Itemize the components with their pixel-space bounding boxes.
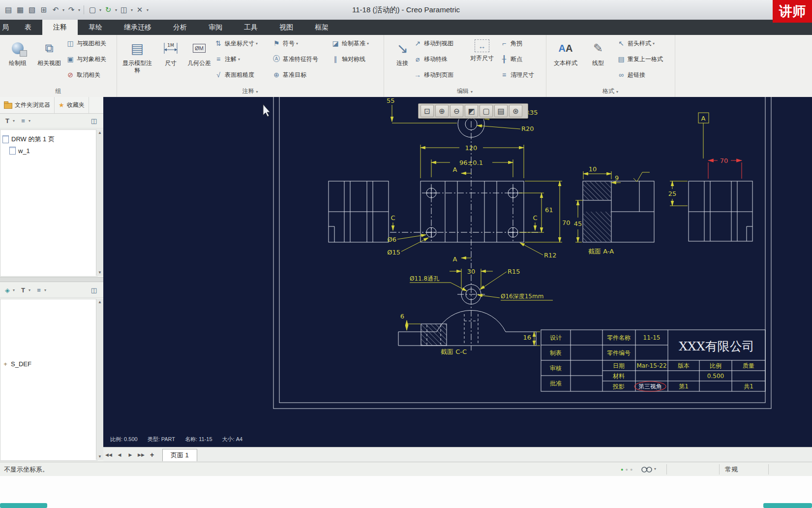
tree2-panes-icon[interactable]: ◫ [90, 286, 98, 294]
section-letter-c-left[interactable]: C [391, 214, 395, 222]
tree2-list-caret-icon[interactable]: ▾ [44, 288, 46, 292]
print-icon[interactable]: ▤ [494, 105, 508, 117]
tree2-scroll-down-icon[interactable]: ▼ [98, 453, 102, 460]
tree2-list-icon[interactable]: ≡ [34, 286, 43, 294]
dim-dia16[interactable]: Ø16深度15mm [501, 293, 543, 300]
dim-6[interactable]: 6 [400, 313, 404, 320]
dim-r12[interactable]: R12 [544, 252, 557, 259]
top-view[interactable] [421, 181, 524, 242]
gtol-button[interactable]: ØM 几何公差 [183, 36, 215, 85]
tab-review[interactable]: 审阅 [198, 20, 233, 35]
tree1-filter-icon[interactable]: T [3, 116, 12, 125]
dim-70-red[interactable]: 70 [720, 157, 728, 164]
dim-dia6[interactable]: Ø6 [387, 236, 396, 243]
tab-sketch[interactable]: 草绘 [78, 20, 113, 35]
dim-25[interactable]: 25 [668, 190, 677, 197]
draft-datum-button[interactable]: ◪ 绘制基准 ▾ [331, 36, 369, 50]
regenerate-icon[interactable]: ↻ [103, 4, 114, 15]
close-window-icon[interactable]: ✕ [134, 4, 145, 15]
tab-layout[interactable]: 局 [0, 20, 14, 35]
next-sheet-button[interactable]: ▶ [125, 449, 135, 460]
repeat-format-button[interactable]: ▤ 重复上一格式 [617, 52, 663, 66]
surface-finish-symbol[interactable] [633, 172, 650, 182]
tree2-scrollbar[interactable]: ▲ ▼ [96, 299, 103, 460]
new-icon[interactable]: ▤ [3, 4, 14, 15]
ordinate-dimension-button[interactable]: ⇅ 纵坐标尺寸 ▾ [214, 36, 258, 50]
tree1-scrollbar[interactable]: ▲ ▼ [96, 129, 103, 276]
group-label-group[interactable]: 组 [0, 87, 117, 95]
regenerate-caret-icon[interactable]: ▾ [115, 8, 117, 12]
ordinate-caret-icon[interactable]: ▾ [256, 41, 258, 46]
save-as-icon[interactable]: ▧ [27, 4, 37, 15]
breakpoint-button[interactable]: ╂ 断点 [500, 52, 522, 66]
tree2-model-caret-icon[interactable]: ▾ [13, 288, 15, 292]
tab-favorites[interactable]: ★ 收藏夹 [55, 97, 89, 113]
group-label-edit[interactable]: 编辑▾ [384, 87, 546, 95]
tree2-filter-icon[interactable]: T [19, 286, 28, 294]
right-view[interactable] [689, 181, 752, 241]
dim-dia15[interactable]: Ø15 [387, 249, 400, 256]
section-letter-c-right[interactable]: C [533, 214, 537, 222]
tree1-panes-icon[interactable]: ◫ [90, 116, 98, 125]
surface-finish-button[interactable]: √ 表面粗糙度 [214, 68, 254, 82]
draft-datum-caret-icon[interactable]: ▾ [367, 41, 369, 46]
left-view[interactable] [329, 181, 389, 242]
hyperlink-button[interactable]: ∞ 超链接 [617, 68, 645, 82]
windows-icon[interactable]: ◫ [119, 4, 129, 15]
select-box-icon[interactable]: ▢ [87, 4, 98, 15]
tree2-scroll-up-icon[interactable]: ▲ [98, 299, 102, 305]
tab-view[interactable]: 视图 [269, 20, 304, 35]
search-caret-icon[interactable]: ▾ [654, 467, 656, 471]
dim-30[interactable]: 30 [467, 268, 476, 275]
show-model-annotations-button[interactable]: ▤ 显示模型注释 [121, 36, 153, 85]
section-cc-label[interactable]: 截面 C-C [441, 348, 467, 355]
dim-r15[interactable]: R15 [508, 268, 520, 275]
search-model-button[interactable]: ▾ [641, 464, 659, 473]
tree1-scroll-down-icon[interactable]: ▼ [98, 269, 102, 276]
note-caret-icon[interactable]: ▾ [238, 57, 240, 62]
zoom-window-icon[interactable]: ⊡ [421, 105, 434, 117]
title-block[interactable]: 设计 制表 审核 批准 零件名称 11-15 零件编号 日期 Mar-15-22… [541, 330, 765, 391]
redo-button[interactable]: ↷ [66, 4, 77, 15]
dim-120[interactable]: 120 [465, 144, 478, 152]
tab-legacy-migration[interactable]: 继承迁移 [113, 20, 162, 35]
tab-annotate[interactable]: 注释 [42, 20, 78, 35]
tree1-list-caret-icon[interactable]: ▾ [29, 119, 30, 123]
dim-r20[interactable]: R20 [521, 125, 534, 132]
cleanup-dimensions-button[interactable]: ≡ 清理尺寸 [500, 68, 534, 82]
section-aa-label[interactable]: 截面 A-A [588, 248, 614, 255]
panel-splitter[interactable] [0, 277, 103, 282]
move-to-view-button[interactable]: ↗ 移动到视图 [413, 36, 453, 50]
object-related-button[interactable]: ▣ 与对象相关 [66, 52, 106, 66]
tree1-scroll-up-icon[interactable]: ▲ [98, 129, 102, 136]
align-dimensions-button[interactable]: ↔ 对齐尺寸 [466, 36, 498, 85]
group-label-annotate[interactable]: 注释▾ [117, 87, 384, 95]
group-label-format[interactable]: 格式▾ [546, 87, 675, 95]
tree1-filter-caret-icon[interactable]: ▾ [13, 119, 15, 123]
view-related-button[interactable]: ◫ 与视图相关 [66, 36, 106, 50]
tree-item-csys[interactable]: + S_DEF [2, 359, 31, 368]
first-sheet-button[interactable]: ◀◀ [104, 449, 114, 460]
save-icon[interactable]: ▦ [15, 4, 26, 15]
dim-61[interactable]: 61 [545, 206, 553, 214]
tree-item-view1[interactable]: w_1 [9, 147, 30, 155]
tree2-model-icon[interactable]: ◈ [3, 286, 12, 294]
open-icon[interactable]: ⊞ [38, 4, 49, 15]
undo-button[interactable]: ↶ [50, 4, 61, 15]
drawing-sheet[interactable]: 55 120 96±0.1 A A C [103, 97, 812, 447]
symbol-button[interactable]: ⚑ 符号 ▾ [272, 36, 298, 50]
section-letter-a-top[interactable]: A [453, 166, 457, 173]
related-views-button[interactable]: ⧉ 相关视图 [33, 36, 65, 85]
jog-button[interactable]: ⌐ 角拐 [500, 36, 522, 50]
drawing-tree[interactable]: DRW 的第 1 页 w_1 [0, 129, 97, 277]
tab-analysis[interactable]: 分析 [162, 20, 198, 35]
tab-table[interactable]: 表 [14, 20, 42, 35]
datum-feature-symbol-button[interactable]: Ⓐ 基准特征符号 [272, 52, 318, 66]
draw-group-button[interactable]: 绘制组 [2, 36, 33, 85]
zoom-out-icon[interactable]: ⊖ [450, 105, 463, 117]
tab-tools[interactable]: 工具 [233, 20, 269, 35]
move-special-button[interactable]: ⌀ 移动特殊 [413, 52, 448, 66]
display-style-icon[interactable]: ◩ [465, 105, 478, 117]
dim-dia118[interactable]: Ø11.8通孔 [410, 275, 439, 282]
dim-10[interactable]: 10 [589, 165, 597, 173]
